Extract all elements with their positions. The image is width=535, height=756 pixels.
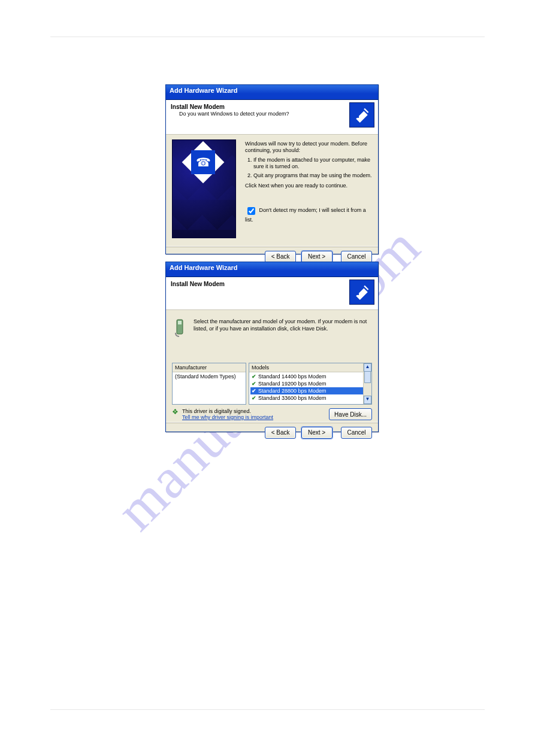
button-row: < Back Next > Cancel bbox=[166, 422, 378, 447]
instruction-text: Select the manufacturer and model of you… bbox=[194, 318, 371, 332]
signed-driver-icon: ✔ bbox=[252, 374, 258, 379]
svg-rect-1 bbox=[357, 293, 359, 295]
modem-header-icon bbox=[349, 102, 374, 127]
models-header: Models bbox=[249, 363, 371, 372]
step-1: If the modem is attached to your compute… bbox=[253, 157, 372, 171]
model-item[interactable]: ✔Standard 33600 bps Modem bbox=[250, 394, 370, 402]
phone-icon: ☎ bbox=[191, 150, 215, 174]
scroll-thumb[interactable] bbox=[364, 371, 371, 383]
back-button[interactable]: < Back bbox=[265, 427, 296, 439]
dont-detect-label[interactable]: Don't detect my modem; I will select it … bbox=[245, 207, 366, 222]
model-item[interactable]: ✔Standard 19200 bps Modem bbox=[250, 380, 370, 387]
next-button[interactable]: Next > bbox=[301, 427, 333, 439]
header-subtitle: Do you want Windows to detect your modem… bbox=[171, 111, 373, 117]
dont-detect-checkbox[interactable] bbox=[247, 207, 255, 215]
manufacturer-header: Manufacturer bbox=[173, 363, 246, 372]
body-area: Select the manufacturer and model of you… bbox=[166, 310, 378, 422]
signing-info-link[interactable]: Tell me why driver signing is important bbox=[182, 414, 273, 420]
page-bottom-rule bbox=[50, 709, 485, 710]
back-button[interactable]: < Back bbox=[265, 251, 296, 263]
signed-text: This driver is digitally signed. bbox=[182, 408, 273, 414]
scroll-up-icon[interactable]: ▲ bbox=[364, 363, 371, 372]
continue-text: Click Next when you are ready to continu… bbox=[245, 183, 372, 189]
header-area: Install New Modem bbox=[166, 277, 378, 310]
next-button[interactable]: Next > bbox=[301, 251, 333, 263]
svg-rect-0 bbox=[357, 116, 359, 118]
dialog-select-modem: Add Hardware Wizard Install New Modem Se… bbox=[165, 262, 379, 432]
dialog-detect-modem: Add Hardware Wizard Install New Modem Do… bbox=[165, 84, 379, 254]
intro-text: Windows will now try to detect your mode… bbox=[245, 141, 372, 154]
signed-driver-icon: ✔ bbox=[252, 381, 258, 387]
cancel-button[interactable]: Cancel bbox=[341, 251, 372, 263]
signed-badge-icon: ❖ bbox=[172, 408, 179, 420]
have-disk-button[interactable]: Have Disk... bbox=[329, 408, 372, 420]
step-2: Quit any programs that may be using the … bbox=[253, 172, 372, 179]
modem-header-icon bbox=[349, 280, 374, 305]
manufacturer-item[interactable]: (Standard Modem Types) bbox=[174, 373, 244, 380]
titlebar[interactable]: Add Hardware Wizard bbox=[166, 85, 378, 100]
scroll-down-icon[interactable]: ▼ bbox=[364, 396, 371, 404]
signed-driver-icon: ✔ bbox=[252, 388, 258, 394]
scrollbar[interactable]: ▲ ▼ bbox=[363, 363, 371, 404]
page-top-rule bbox=[50, 37, 485, 37]
signed-driver-icon: ✔ bbox=[252, 395, 258, 401]
header-title: Install New Modem bbox=[171, 281, 373, 287]
dont-detect-text: Don't detect my modem; I will select it … bbox=[245, 207, 366, 222]
models-listbox[interactable]: Models ✔Standard 14400 bps Modem ✔Standa… bbox=[249, 363, 372, 405]
header-area: Install New Modem Do you want Windows to… bbox=[166, 100, 378, 135]
model-item-selected[interactable]: ✔Standard 28800 bps Modem bbox=[250, 387, 370, 394]
wizard-side-graphic: ☎ bbox=[172, 139, 236, 238]
body-area: ☎ Windows will now try to detect your mo… bbox=[166, 135, 378, 246]
svg-rect-3 bbox=[178, 321, 182, 324]
cancel-button[interactable]: Cancel bbox=[341, 427, 372, 439]
manufacturer-listbox[interactable]: Manufacturer (Standard Modem Types) bbox=[172, 363, 246, 405]
header-title: Install New Modem bbox=[171, 104, 373, 110]
cellphone-icon bbox=[173, 318, 189, 340]
titlebar[interactable]: Add Hardware Wizard bbox=[166, 262, 378, 277]
model-item[interactable]: ✔Standard 14400 bps Modem bbox=[250, 373, 370, 380]
